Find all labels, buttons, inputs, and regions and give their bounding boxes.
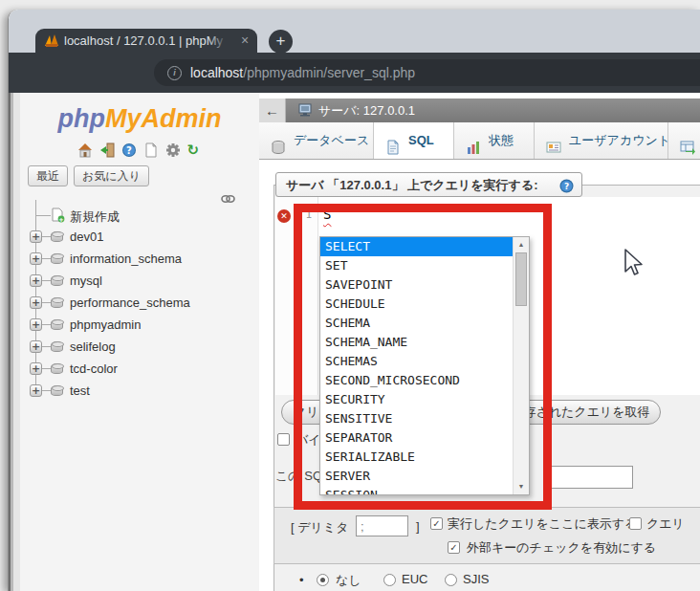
tree-item-db[interactable]: + mysql bbox=[20, 271, 259, 292]
tree-item-db[interactable]: + selifelog bbox=[20, 337, 259, 358]
new-database-icon: + bbox=[51, 208, 65, 227]
expand-icon[interactable]: + bbox=[30, 340, 42, 353]
server-icon bbox=[297, 102, 314, 118]
charset-label-sjis: SJIS bbox=[463, 572, 489, 586]
url-text: localhost/phpmyadmin/server_sql.php bbox=[190, 59, 415, 86]
new-tab-button[interactable]: + bbox=[269, 30, 293, 54]
delimiter-close: ] bbox=[416, 519, 420, 534]
fk-check-label: 外部キーのチェックを有効にする bbox=[467, 539, 656, 557]
tree-item-label: selifelog bbox=[70, 339, 116, 354]
favorites-button[interactable]: お気に入り bbox=[74, 165, 149, 186]
expand-icon[interactable]: + bbox=[30, 296, 42, 309]
page-info-icon[interactable]: i bbox=[167, 66, 182, 80]
tree-item-db[interactable]: + phpmyadmin bbox=[20, 315, 259, 336]
address-bar[interactable]: i localhost/phpmyadmin/server_sql.php bbox=[154, 59, 700, 86]
database-icon bbox=[51, 341, 63, 352]
tab-status[interactable]: 状態 bbox=[454, 122, 535, 159]
tree-item-label: test bbox=[70, 383, 90, 398]
expand-icon[interactable]: + bbox=[30, 318, 42, 331]
svg-text:?: ? bbox=[564, 182, 569, 191]
url-host: localhost bbox=[190, 65, 243, 80]
expand-icon[interactable]: + bbox=[30, 362, 42, 375]
tree-item-label: mysql bbox=[70, 274, 102, 288]
charset-label-none: なし bbox=[336, 572, 361, 589]
query-validation-checkbox[interactable] bbox=[629, 517, 642, 530]
tab-databases[interactable]: データベース bbox=[259, 122, 374, 159]
mouse-cursor bbox=[623, 249, 646, 279]
refresh-icon[interactable]: ↻ bbox=[187, 142, 203, 158]
database-icon bbox=[51, 231, 63, 242]
status-chart-icon bbox=[466, 133, 481, 148]
expand-icon[interactable]: + bbox=[30, 252, 42, 265]
tree-item-label: tcd-color bbox=[70, 361, 118, 376]
expand-icon[interactable]: + bbox=[30, 274, 42, 287]
expand-icon[interactable]: + bbox=[30, 384, 42, 397]
tab-label: SQL bbox=[408, 122, 434, 159]
phpmyadmin-favicon-icon bbox=[44, 33, 59, 48]
tab-label: データベース bbox=[294, 122, 369, 159]
tab-export[interactable] bbox=[668, 122, 700, 159]
tree-item-db[interactable]: + dev01 bbox=[20, 227, 259, 248]
charset-radio-euc[interactable] bbox=[383, 574, 396, 586]
fk-check-checkbox[interactable]: ✓ bbox=[448, 541, 460, 554]
tree-item-label: 新規作成 bbox=[70, 208, 120, 226]
svg-text:+: + bbox=[58, 216, 63, 223]
breadcrumb: サーバ: 127.0.0.1 bbox=[286, 98, 700, 122]
phpmyadmin-logo[interactable]: phpMyAdmin bbox=[20, 104, 259, 134]
sidebar-icon-row: ? ↻ bbox=[20, 142, 259, 160]
docs-icon[interactable] bbox=[143, 142, 159, 158]
tab-sql[interactable]: SQL bbox=[374, 122, 454, 159]
tree-item-label: phpmyadmin bbox=[70, 317, 141, 332]
url-path: /phpmyadmin/server_sql.php bbox=[243, 65, 415, 80]
show-query-checkbox[interactable]: ✓ bbox=[430, 517, 443, 530]
pma-sidebar: phpMyAdmin ? ↻ 最近 お気に入り bbox=[20, 93, 260, 591]
database-icon bbox=[51, 297, 63, 308]
tree-item-db[interactable]: + test bbox=[20, 381, 259, 402]
window-left-edge bbox=[9, 93, 20, 591]
database-icon bbox=[271, 133, 286, 148]
tab-title-fade bbox=[208, 29, 236, 53]
help-icon[interactable]: ? bbox=[559, 179, 574, 193]
tree-item-db[interactable]: + tcd-color bbox=[20, 359, 259, 380]
help-icon[interactable]: ? bbox=[121, 142, 137, 158]
delimiter-input[interactable] bbox=[356, 515, 408, 536]
breadcrumb-text: サーバ: 127.0.0.1 bbox=[318, 98, 415, 122]
bind-parameters-checkbox[interactable] bbox=[277, 433, 290, 446]
charset-radio-none[interactable] bbox=[317, 574, 329, 586]
list-bullet: • bbox=[299, 573, 304, 587]
tree-item-db[interactable]: + information_schema bbox=[20, 249, 259, 270]
svg-text:?: ? bbox=[126, 145, 132, 156]
tree-item-label: dev01 bbox=[70, 230, 103, 244]
tab-label: 状態 bbox=[489, 122, 514, 159]
pma-tab-bar: データベース SQL 状態 ユーザアカウント bbox=[259, 122, 700, 160]
collapse-nav-button[interactable]: ← bbox=[259, 98, 286, 122]
bookmark-input[interactable] bbox=[551, 466, 633, 489]
tab-close-icon[interactable]: × bbox=[236, 32, 253, 49]
charset-label-euc: EUC bbox=[402, 572, 427, 586]
home-icon[interactable] bbox=[77, 142, 93, 158]
settings-gear-icon[interactable] bbox=[165, 142, 181, 158]
tree-item-db[interactable]: + performance_schema bbox=[20, 293, 259, 314]
pma-main-panel: ← サーバ: 127.0.0.1 データベース SQL 状態 bbox=[259, 93, 700, 591]
database-icon bbox=[51, 319, 63, 330]
user-card-icon bbox=[546, 133, 561, 148]
database-icon bbox=[51, 253, 63, 264]
logo-myadmin: MyAdmin bbox=[105, 104, 222, 133]
logout-icon[interactable] bbox=[99, 142, 115, 158]
recent-button[interactable]: 最近 bbox=[28, 165, 68, 186]
export-icon bbox=[680, 133, 695, 148]
charset-radio-sjis[interactable] bbox=[445, 574, 457, 586]
database-icon bbox=[51, 275, 63, 286]
expand-icon[interactable]: + bbox=[30, 230, 42, 243]
tree-item-label: information_schema bbox=[70, 252, 182, 266]
query-options-footer: [ デリミタ ] ✓ 実行したクエリをここに表示する クエリ ✓ 外部キーのチェ… bbox=[273, 507, 700, 564]
delimiter-label: [ デリミタ bbox=[291, 519, 348, 536]
database-icon bbox=[51, 385, 63, 396]
browser-tab-strip: localhost / 127.0.0.1 | phpMy × + bbox=[9, 10, 700, 53]
show-query-label: 実行したクエリをここに表示する bbox=[448, 515, 637, 533]
database-icon bbox=[51, 363, 63, 374]
query-legend: サーバ 「127.0.0.1」 上でクエリを実行する: ? bbox=[275, 172, 582, 197]
tab-user-accounts[interactable]: ユーザアカウント bbox=[535, 122, 668, 159]
tree-item-new[interactable]: + 新規作成 bbox=[20, 206, 259, 227]
browser-tab[interactable]: localhost / 127.0.0.1 | phpMy × bbox=[35, 29, 257, 53]
